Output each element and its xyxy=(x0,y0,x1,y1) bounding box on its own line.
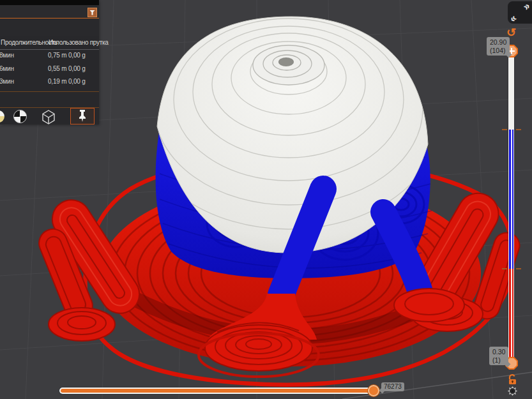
table-row: 8мин 0,75 m 0,00 g xyxy=(0,52,99,61)
top-layer-tooltip: 20.90 (104) xyxy=(487,37,510,56)
panel-separator xyxy=(0,91,99,92)
layer-slider-track[interactable] xyxy=(508,56,514,364)
move-slider-fill xyxy=(61,389,378,393)
legend-panel: Продолжительность Использовано прутка 8м… xyxy=(0,0,99,124)
row-duration: 6мин xyxy=(0,65,14,72)
row-weight: 0,00 g xyxy=(68,65,86,72)
top-layer-number: (104) xyxy=(490,47,506,55)
filter-dropdown-button[interactable] xyxy=(87,8,97,17)
table-row: 3мин 0,19 m 0,00 g xyxy=(0,78,99,87)
row-duration: 3мин xyxy=(0,78,14,85)
color-change-tick xyxy=(502,129,507,130)
row-weight: 0,00 g xyxy=(68,78,86,85)
slicer-preview-window: Продолжительность Использовано прутка 8м… xyxy=(0,0,532,399)
seam-pin-icon xyxy=(78,110,87,123)
row-length: 0,55 m xyxy=(48,65,66,72)
move-count-tooltip: 76273 xyxy=(381,382,404,391)
collapse-panel-button[interactable]: » « xyxy=(508,1,532,24)
legend-table-header: Продолжительность Использовано прутка xyxy=(0,39,99,48)
color-change-tick xyxy=(516,268,521,269)
move-count-value: 76273 xyxy=(384,383,402,390)
chevron-right-icon: » xyxy=(521,0,532,13)
wireframe-box-icon[interactable] xyxy=(41,110,56,124)
move-slider-track[interactable] xyxy=(59,388,379,394)
color-change-tick xyxy=(502,268,507,269)
checker-sphere-icon[interactable] xyxy=(13,110,27,123)
bottom-layer-z: 0.30 xyxy=(492,348,505,356)
panel-top-strip xyxy=(0,0,99,5)
header-underline xyxy=(0,49,99,50)
gear-icon[interactable] xyxy=(508,386,517,396)
seam-pin-button[interactable] xyxy=(70,108,95,124)
row-weight: 0,00 g xyxy=(68,52,86,59)
column-filament-used: Использовано прутка xyxy=(49,39,109,46)
top-layer-z: 20.90 xyxy=(490,38,506,47)
partial-icon[interactable] xyxy=(0,110,4,123)
bottom-layer-tooltip: 0.30 (1) xyxy=(489,347,508,365)
panel-spacer xyxy=(0,19,99,36)
view-filter-row xyxy=(0,5,99,19)
bottom-layer-number: (1) xyxy=(492,356,505,365)
row-duration: 8мин xyxy=(0,52,14,59)
view-toggle-icons xyxy=(0,109,99,124)
unlock-icon[interactable] xyxy=(507,374,517,385)
table-row: 6мин 0,55 m 0,00 g xyxy=(0,65,99,74)
color-change-tick xyxy=(516,129,521,130)
layer-slider-groove xyxy=(511,130,512,364)
move-slider-handle[interactable] xyxy=(368,385,379,396)
row-length: 0,19 m xyxy=(48,78,66,85)
row-length: 0,75 m xyxy=(48,52,66,59)
funnel-icon xyxy=(89,10,95,15)
